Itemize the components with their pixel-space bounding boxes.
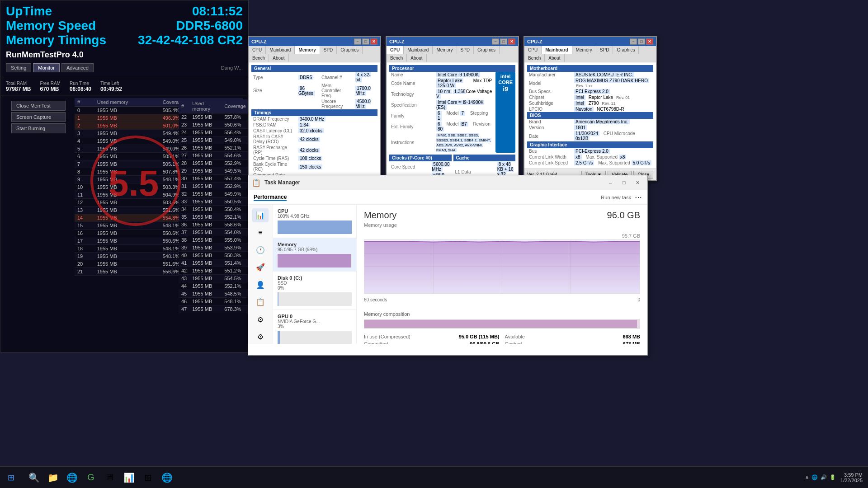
memory-current-usage: 95.7 GB (622, 233, 640, 239)
cpuz-tab-about-3[interactable]: About (545, 54, 564, 62)
close-memtest-btn[interactable]: Close MemTest (11, 101, 66, 111)
free-ram-value: 670 MB (40, 86, 61, 92)
tm-nav-performance[interactable]: Performance (254, 194, 287, 201)
table-row: 381955 MB555.0% (179, 236, 249, 244)
tm-history-icon[interactable]: 🕐 (252, 243, 269, 257)
cpuz-close-btn-3[interactable]: ✕ (646, 38, 653, 45)
cpuz-tab-memory-2[interactable]: Memory (433, 46, 457, 54)
tm-minimize-btn[interactable]: – (604, 178, 617, 187)
taskbar-app-blue[interactable]: 📊 (120, 469, 137, 486)
tm-startup-icon[interactable]: 🚀 (252, 261, 269, 275)
clocks-section-header: Clocks (P-Core #0) (389, 155, 452, 161)
fsb-dram-label: FSB:DRAM (251, 122, 297, 128)
cpuz-tab-spd-1[interactable]: SPD (320, 46, 337, 54)
table-row: 241955 MB556.4% (179, 129, 249, 136)
cpuz-tab-spd-3[interactable]: SPD (596, 46, 613, 54)
cpuz-tab-bench-2[interactable]: Bench (387, 54, 407, 62)
taskbar-app-globe[interactable]: 🌐 (158, 469, 175, 486)
taskbar-monitor-app[interactable]: 🖥 (101, 469, 118, 486)
nav-setting[interactable]: Setting (6, 63, 31, 72)
taskbar-browser[interactable]: 🌐 (63, 469, 80, 486)
dang-w-text: Dang W... (221, 65, 243, 70)
cpuz-close-btn-1[interactable]: ✕ (370, 38, 377, 45)
ext-family-label: Ext. Family (389, 121, 434, 132)
cpuz-tab-cpu-2[interactable]: CPU (387, 46, 404, 54)
taskbar-app-green[interactable]: G (82, 469, 99, 486)
tm-users-icon[interactable]: 👤 (252, 278, 269, 292)
cpuz-tab-about-2[interactable]: About (407, 54, 426, 62)
cpuz-close-btn-2[interactable]: ✕ (508, 38, 515, 45)
tm-services-icon[interactable]: ⚙ (252, 313, 269, 327)
type-value: DDR5 (298, 75, 313, 80)
cpuz-minimize-btn-1[interactable]: – (354, 38, 361, 45)
cpuz-tab-mainboard-1[interactable]: Mainboard (266, 46, 295, 54)
memory-table-2: # Used memory Coverage 221955 MB557.8%23… (179, 99, 249, 313)
start-button[interactable]: ⊞ (0, 467, 22, 488)
cpuz-tab-memory-3[interactable]: Memory (572, 46, 596, 54)
ext-model-value: B7 (460, 122, 468, 127)
taskbar-search[interactable]: 🔍 (25, 469, 42, 486)
bank-cycle-value: 150 clocks (298, 164, 322, 169)
tm-maximize-btn[interactable]: □ (618, 178, 630, 187)
tm-gpu-resource[interactable]: GPU 0 NVIDIA GeForce G... 3% (273, 310, 356, 344)
tm-cpu-resource[interactable]: CPU 100% 4.98 GHz (273, 205, 356, 238)
cpuz-tab-mainboard-3[interactable]: Mainboard (542, 46, 572, 54)
nav-monitor[interactable]: Monitor (33, 63, 60, 72)
memory-panel-title: Memory (364, 210, 397, 221)
tm-memory-resource[interactable]: Memory 95.0/95.7 GB (99%) (273, 238, 356, 272)
cpuz-minimize-btn-2[interactable]: – (492, 38, 499, 45)
screen-capture-btn[interactable]: Screen Capture (11, 112, 66, 122)
cpuz-maximize-btn-3[interactable]: □ (638, 38, 645, 45)
taskbar-chevron-icon[interactable]: ∧ (805, 474, 809, 480)
taskbar-file-explorer[interactable]: 📁 (44, 469, 61, 486)
cpuz-tabs-2: CPU Mainboard Memory SPD Graphics Bench … (387, 46, 518, 62)
taskbar-clock[interactable]: 3:59 PM 1/22/2025 (840, 472, 863, 483)
taskbar-battery-icon: 🔋 (830, 474, 836, 480)
tm-disk-resource[interactable]: Disk 0 (C:) SSD 0% (273, 272, 356, 310)
ras-cas-value: 42 clocks (298, 137, 320, 142)
cache-section-header: Cache (453, 155, 516, 161)
cpuz-tab-bench-1[interactable]: Bench (249, 54, 269, 62)
cpuz-tab-graphics-2[interactable]: Graphics (474, 46, 500, 54)
table-row: 351955 MB552.1% (179, 213, 249, 221)
cpuz-tab-cpu-3[interactable]: CPU (524, 46, 542, 54)
tm-stats-grid: In use (Compressed) 95.0 GB (115 MB) Com… (364, 334, 640, 344)
cpuz-tab-about-1[interactable]: About (269, 54, 288, 62)
tm-close-btn[interactable]: ✕ (631, 178, 644, 187)
graphic-interface-info-table: Bus PCI-Express 2.0 Current Link Width x… (527, 148, 653, 166)
model-label: Model (446, 111, 458, 116)
instructions-label: Instructions (389, 132, 434, 153)
taskbar-right: ∧ 🌐 🔊 🔋 3:59 PM 1/22/2025 (805, 472, 868, 483)
tm-details-icon[interactable]: 📋 (252, 296, 269, 310)
cpuz-tab-spd-2[interactable]: SPD (457, 46, 474, 54)
cpuz-maximize-btn-2[interactable]: □ (500, 38, 507, 45)
start-burning-btn[interactable]: Start Burning (11, 123, 66, 133)
cpuz-tab-memory-1[interactable]: Memory (295, 46, 320, 54)
cpuz-tab-bench-3[interactable]: Bench (524, 54, 545, 62)
tm-performance-icon[interactable]: 📊 (252, 208, 269, 222)
tm-sidebar: 📊 ≡ 🕐 🚀 👤 📋 ⚙ ⚙ (248, 205, 273, 344)
gi-cur-width-value: x8 (574, 155, 582, 160)
cpuz-tab-cpu-1[interactable]: CPU (249, 46, 266, 54)
cpuz-minimize-btn-3[interactable]: – (630, 38, 637, 45)
nav-advanced[interactable]: Advanced (61, 63, 94, 72)
dram-freq-label: DRAM Frequency (251, 116, 297, 122)
cpuz-tab-graphics-3[interactable]: Graphics (613, 46, 639, 54)
channel-label: Channel # (320, 72, 354, 83)
memory-size: 96.0 GB (607, 210, 640, 221)
tm-settings-icon[interactable]: ⚙ (252, 330, 269, 344)
cpuz-tab-graphics-1[interactable]: Graphics (337, 46, 363, 54)
cpuz-maximize-btn-1[interactable]: □ (362, 38, 369, 45)
table-row: 411955 MB551.4% (179, 259, 249, 267)
mem-ctrl-freq-label: Mem Controller Freq. (320, 83, 354, 99)
run-time-label: Run Time (70, 81, 91, 86)
more-options-icon[interactable]: ⋯ (635, 193, 642, 202)
cpuz-title-2: CPU-Z (389, 39, 405, 44)
motherboard-info-table: Manufacturer ASUSTeK COMPUTER INC. Model… (527, 72, 653, 112)
cpu-name-value: Intel Core i9 14900K (436, 72, 480, 77)
cpuz-tab-mainboard-2[interactable]: Mainboard (404, 46, 433, 54)
code-name-label: Code Name (389, 78, 434, 89)
tm-processes-icon[interactable]: ≡ (252, 226, 269, 240)
taskbar-app-grid[interactable]: ⊞ (139, 469, 156, 486)
total-ram-stat: Total RAM 97987 MB (6, 81, 31, 92)
